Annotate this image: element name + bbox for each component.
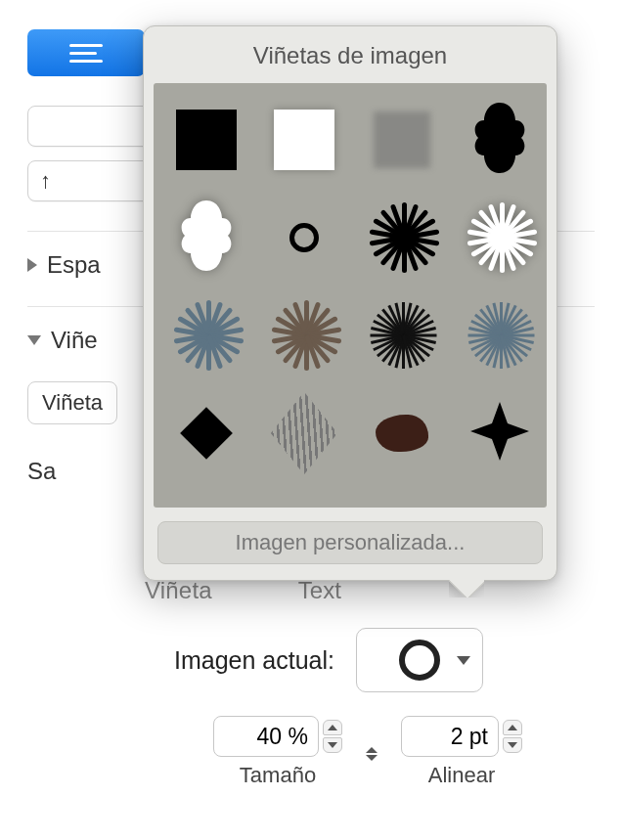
spacing-label: Espa — [47, 251, 101, 279]
bullet-option-square-white[interactable] — [257, 93, 351, 187]
bullet-option-burst-steel[interactable] — [159, 288, 253, 382]
popover-title: Viñetas de imagen — [144, 26, 556, 83]
burst-black-icon — [368, 203, 436, 272]
bullet-option-square-gray[interactable] — [355, 93, 449, 187]
bullets-label: Viñe — [51, 327, 98, 354]
star4-black-icon — [468, 400, 531, 466]
current-image-select[interactable] — [356, 628, 483, 692]
vineta-caption: Viñeta — [145, 577, 212, 604]
square-white-icon — [274, 110, 334, 170]
blob-brown-icon — [376, 415, 428, 452]
rays-steel-icon — [466, 301, 534, 370]
scribble-gray-icon — [271, 392, 337, 474]
size-field: Tamaño — [213, 716, 342, 788]
bullet-option-rays-steel[interactable] — [453, 288, 547, 382]
align-input[interactable] — [401, 716, 499, 757]
current-image-label: Imagen actual: — [174, 646, 334, 675]
bullet-option-star4-black[interactable] — [453, 386, 547, 480]
ring-icon — [399, 640, 440, 681]
bullet-type-select[interactable]: Viñeta — [27, 381, 117, 424]
burst-brown-icon — [270, 301, 338, 370]
align-stepper — [503, 720, 522, 753]
bullet-option-burst-white[interactable] — [453, 191, 547, 285]
diamond-black-icon — [180, 407, 233, 460]
bullet-type-value: Viñeta — [42, 390, 103, 416]
size-caption: Tamaño — [240, 763, 316, 788]
bullet-controls: Viñeta Text Imagen actual: Tamaño — [27, 577, 595, 788]
size-step-up[interactable] — [323, 720, 342, 735]
image-bullets-popover: Viñetas de imagen Imagen personalizada..… — [143, 25, 557, 581]
quatrefoil-black-icon — [468, 99, 531, 181]
chevron-right-icon — [27, 258, 37, 272]
bullet-option-square-black[interactable] — [159, 93, 253, 187]
ring-black-icon — [289, 223, 319, 252]
custom-image-button[interactable]: Imagen personalizada... — [157, 521, 543, 564]
size-stepper — [323, 720, 342, 753]
bullet-option-blob-brown[interactable] — [355, 386, 449, 480]
align-updown-icon — [366, 747, 378, 761]
bullet-option-quatrefoil-black[interactable] — [453, 93, 547, 187]
size-step-down[interactable] — [323, 737, 342, 753]
square-gray-icon — [374, 111, 430, 168]
square-black-icon — [176, 110, 237, 170]
rays-black-icon — [368, 301, 436, 370]
bullet-option-burst-black[interactable] — [355, 191, 449, 285]
burst-steel-icon — [172, 301, 241, 370]
bullet-option-ring-black[interactable] — [257, 191, 351, 285]
popover-tail — [449, 578, 484, 597]
list-style-button[interactable] — [27, 29, 145, 76]
bullet-option-rays-black[interactable] — [355, 288, 449, 382]
bullet-option-quatrefoil-white[interactable] — [159, 191, 253, 285]
align-field: Alinear — [401, 716, 522, 788]
burst-white-icon — [466, 203, 534, 272]
quatrefoil-white-icon — [175, 197, 238, 279]
size-input[interactable] — [213, 716, 319, 757]
chevron-down-icon — [457, 656, 470, 665]
bullet-option-diamond-black[interactable] — [159, 386, 253, 480]
texto-caption: Text — [298, 577, 341, 604]
align-caption: Alinear — [428, 763, 495, 788]
bullet-option-burst-brown[interactable] — [257, 288, 351, 382]
bullet-grid-scroll[interactable] — [154, 83, 547, 508]
bullet-option-scribble-gray[interactable] — [257, 386, 351, 480]
align-step-down[interactable] — [503, 737, 522, 753]
align-step-up[interactable] — [503, 720, 522, 735]
chevron-down-icon — [27, 335, 41, 345]
list-icon — [69, 44, 103, 63]
